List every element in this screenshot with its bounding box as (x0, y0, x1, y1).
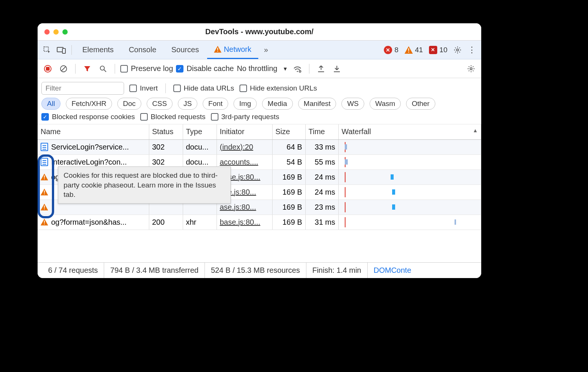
type-filter-js[interactable]: JS (178, 98, 197, 110)
issue-icon: ✕ (429, 46, 437, 54)
warning-icon (405, 46, 413, 54)
inspect-element-icon[interactable] (41, 44, 53, 56)
panel-tabs: Elements Console Sources Network » ✕ 8 4… (38, 41, 481, 59)
disable-cache-checkbox[interactable]: ✓ Disable cache (176, 64, 234, 73)
request-time: 55 ms (305, 154, 338, 169)
tab-elements[interactable]: Elements (76, 41, 120, 59)
col-size[interactable]: Size (272, 124, 305, 139)
type-filter-other[interactable]: Other (406, 98, 435, 110)
issues-count: 10 (439, 46, 447, 54)
table-row[interactable]: ServiceLogin?service...302docu...(index)… (38, 139, 481, 154)
type-filter-img[interactable]: Img (233, 98, 257, 110)
checkbox-icon (120, 65, 128, 73)
col-name[interactable]: Name (38, 124, 149, 139)
status-domcontent[interactable]: DOMConte (368, 263, 417, 278)
close-window-button[interactable] (44, 29, 50, 35)
warning-icon (214, 46, 221, 53)
request-name: InteractiveLogin?con... (51, 158, 127, 166)
tab-network[interactable]: Network (207, 41, 258, 59)
blocked-requests-checkbox[interactable]: Blocked requests (140, 113, 206, 121)
type-filter-ws[interactable]: WS (341, 98, 364, 110)
more-tabs-icon[interactable]: » (260, 44, 273, 56)
hide-extension-urls-checkbox[interactable]: Hide extension URLs (239, 84, 317, 92)
col-time[interactable]: Time (305, 124, 338, 139)
hide-data-label: Hide data URLs (184, 84, 234, 92)
invert-checkbox[interactable]: Invert (129, 84, 158, 92)
separator (71, 45, 72, 55)
hide-ext-label: Hide extension URLs (250, 84, 317, 92)
tab-console[interactable]: Console (122, 41, 163, 59)
disable-cache-label: Disable cache (186, 64, 234, 73)
hide-data-urls-checkbox[interactable]: Hide data URLs (173, 84, 234, 92)
col-status[interactable]: Status (149, 124, 183, 139)
svg-point-7 (456, 49, 459, 51)
throttling-select[interactable]: No throttling ▼ (237, 64, 288, 73)
col-waterfall[interactable]: Waterfall ▲ (338, 124, 481, 139)
download-har-icon[interactable] (330, 62, 343, 75)
table-header-row: Name Status Type Initiator Size Time Wat… (38, 124, 481, 139)
preserve-log-checkbox[interactable]: Preserve log (120, 64, 173, 73)
svg-rect-2 (62, 48, 65, 53)
tab-sources[interactable]: Sources (165, 41, 206, 59)
errors-count: 8 (394, 46, 399, 54)
table-row[interactable]: og?format=json&has...200xhrbase.js:80...… (38, 215, 481, 230)
request-initiator[interactable]: base.js:80... (220, 218, 261, 226)
separator (115, 64, 115, 74)
issues-badge[interactable]: ✕ 10 (429, 46, 447, 54)
request-time: 31 ms (305, 215, 338, 230)
col-initiator[interactable]: Initiator (217, 124, 272, 139)
status-requests: 6 / 74 requests (42, 263, 104, 278)
request-status: 200 (149, 215, 183, 230)
request-type: docu... (183, 139, 217, 154)
device-toolbar-icon[interactable] (55, 44, 68, 56)
maximize-window-button[interactable] (62, 29, 68, 35)
type-filter-all[interactable]: All (41, 98, 61, 110)
filter-input[interactable] (41, 82, 124, 95)
checkbox-checked-icon: ✓ (41, 113, 49, 121)
upload-har-icon[interactable] (315, 62, 327, 75)
checkbox-icon (140, 113, 148, 121)
type-filter-wasm[interactable]: Wasm (370, 98, 401, 110)
throttling-value: No throttling (237, 64, 277, 73)
cookie-blocked-tooltip: Cookies for this request are blocked due… (58, 166, 231, 204)
request-initiator[interactable]: (index):20 (220, 143, 253, 151)
type-filter-fetchxhr[interactable]: Fetch/XHR (66, 98, 112, 110)
request-name: og?format=json&has... (51, 218, 127, 227)
status-resources: 524 B / 15.3 MB resources (205, 263, 306, 278)
more-menu-icon[interactable]: ⋮ (465, 44, 478, 56)
waterfall-cell (342, 217, 478, 227)
type-filter-font[interactable]: Font (203, 98, 228, 110)
col-type[interactable]: Type (183, 124, 217, 139)
checkbox-icon (239, 85, 247, 92)
type-filter-media[interactable]: Media (262, 98, 293, 110)
status-finish: Finish: 1.4 min (306, 263, 368, 278)
separator (165, 83, 166, 93)
warning-icon (41, 219, 48, 225)
blocked-cookies-checkbox[interactable]: ✓ Blocked response cookies (41, 113, 135, 121)
clear-button[interactable] (57, 62, 70, 75)
network-conditions-icon[interactable] (291, 62, 304, 75)
waterfall-cell (342, 157, 478, 167)
third-party-checkbox[interactable]: 3rd-party requests (211, 113, 279, 121)
separator (309, 64, 309, 74)
request-initiator[interactable]: accounts.... (220, 158, 258, 166)
tab-network-label: Network (224, 45, 251, 54)
search-icon[interactable] (97, 62, 109, 75)
settings-icon[interactable] (451, 44, 464, 56)
errors-badge[interactable]: ✕ 8 (384, 46, 399, 54)
checkbox-icon (173, 85, 181, 92)
record-button[interactable] (41, 62, 54, 75)
type-filter-css[interactable]: CSS (147, 98, 173, 110)
preserve-log-label: Preserve log (131, 64, 173, 73)
network-settings-icon[interactable] (465, 62, 477, 75)
devtools-window: DevTools - www.youtube.com/ Elements Con… (38, 23, 481, 278)
request-type: xhr (183, 215, 217, 230)
filter-icon[interactable] (81, 62, 94, 75)
checkbox-icon (129, 85, 137, 92)
type-filter-doc[interactable]: Doc (117, 98, 141, 110)
warnings-badge[interactable]: 41 (405, 46, 423, 54)
request-initiator[interactable]: ase.js:80... (220, 203, 256, 211)
error-icon: ✕ (384, 46, 392, 54)
minimize-window-button[interactable] (53, 29, 59, 35)
type-filter-manifest[interactable]: Manifest (298, 98, 336, 110)
